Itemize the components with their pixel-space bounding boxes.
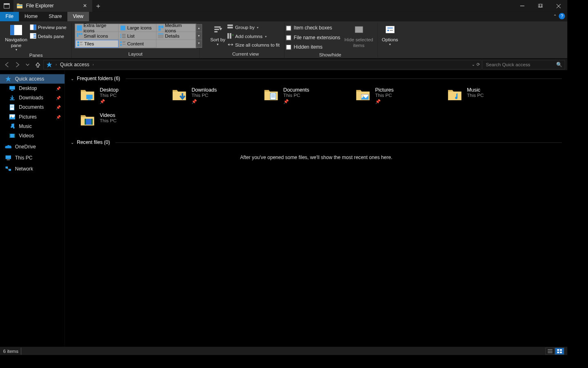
address-field[interactable]: › Quick access › ⌄ ⟳	[43, 60, 481, 69]
pin-icon: 📌	[375, 99, 394, 104]
svg-rect-13	[33, 25, 36, 30]
chevron-right-icon[interactable]: ›	[91, 62, 96, 67]
status-thumbnails-view-button[interactable]	[555, 348, 564, 355]
tab-view[interactable]: View	[67, 12, 89, 21]
chevron-down-icon: ⌄	[71, 76, 74, 81]
folder-icon	[79, 87, 96, 103]
svg-rect-23	[77, 33, 78, 35]
tile-videos[interactable]: VideosThis PC	[78, 110, 167, 134]
refresh-icon[interactable]: ⟳	[477, 62, 480, 67]
svg-rect-32	[122, 37, 126, 38]
nav-downloads[interactable]: Downloads📌	[0, 93, 65, 103]
window-tab[interactable]: File Explorer ✕	[13, 0, 92, 12]
maximize-button[interactable]	[531, 0, 549, 12]
add-columns-button[interactable]: + Add columns▾	[226, 32, 281, 40]
nav-pictures[interactable]: Pictures📌	[0, 112, 65, 121]
nav-videos[interactable]: Videos	[0, 131, 65, 140]
layout-gallery-scroll[interactable]: ▴▾▾	[196, 24, 202, 48]
tab-share[interactable]: Share	[43, 12, 67, 21]
tile-documents[interactable]: DocumentsThis PC📌	[262, 85, 351, 109]
hidden-items-checkbox[interactable]: Hidden items	[286, 43, 340, 51]
layout-tiles[interactable]: Tiles	[75, 40, 118, 47]
tabs-overview-icon[interactable]	[0, 0, 13, 12]
videos-icon	[9, 132, 16, 139]
file-name-extensions-checkbox[interactable]: File name extensions	[286, 33, 340, 42]
layout-gallery[interactable]: Extra large icons Large icons Medium ico…	[75, 24, 196, 48]
help-button[interactable]: ?	[559, 13, 565, 19]
ribbon-group-options: Options ▾	[378, 23, 404, 58]
svg-rect-21	[161, 25, 163, 28]
desktop-icon	[9, 85, 16, 92]
nav-onedrive[interactable]: OneDrive	[0, 142, 65, 151]
search-box[interactable]: 🔍	[482, 60, 565, 69]
nav-this-pc[interactable]: This PC	[0, 153, 65, 162]
nav-network[interactable]: Network	[0, 164, 65, 173]
options-button[interactable]: Options ▾	[379, 23, 401, 46]
tab-file[interactable]: File	[0, 12, 19, 21]
svg-rect-96	[91, 119, 93, 124]
content-area[interactable]: ⌄ Frequent folders (6) DesktopThis PC📌 D…	[65, 70, 567, 347]
up-button[interactable]	[33, 60, 42, 69]
layout-content[interactable]: Content	[118, 40, 156, 47]
layout-list[interactable]: List	[118, 32, 156, 40]
tab-home[interactable]: Home	[19, 12, 43, 21]
layout-medium-icons[interactable]: Medium icons	[156, 24, 196, 32]
forward-button[interactable]	[13, 60, 22, 69]
group-frequent-folders[interactable]: ⌄ Frequent folders (6)	[71, 76, 562, 81]
tab-close-button[interactable]: ✕	[80, 3, 90, 9]
svg-rect-41	[80, 45, 83, 45]
ribbon-group-panes: Navigation pane ▾ Preview pane Details p…	[2, 23, 72, 58]
recent-locations-button[interactable]	[23, 60, 32, 69]
svg-rect-1	[4, 4, 10, 5]
svg-rect-77	[6, 166, 8, 168]
tile-music[interactable]: MusicThis PC	[445, 85, 534, 109]
minimize-button[interactable]	[513, 0, 531, 12]
breadcrumb[interactable]: Quick access	[59, 62, 90, 67]
svg-rect-76	[7, 159, 10, 160]
details-pane-button[interactable]: Details pane	[28, 32, 68, 40]
pin-icon: 📌	[283, 99, 309, 104]
layout-large-icons[interactable]: Large icons	[118, 24, 156, 32]
close-button[interactable]	[549, 0, 567, 12]
layout-small-icons[interactable]: Small icons	[75, 32, 118, 40]
group-by-button[interactable]: Group by▾	[226, 24, 281, 31]
item-check-boxes-checkbox[interactable]: Item check boxes	[286, 24, 340, 32]
svg-rect-59	[387, 28, 393, 29]
ribbon-group-current-view: Sort by ▾ Group by▾ + Add columns▾ Size …	[200, 23, 285, 58]
pin-icon: 📌	[192, 99, 217, 104]
tile-desktop[interactable]: DesktopThis PC📌	[78, 85, 167, 109]
new-tab-button[interactable]: ＋	[92, 0, 104, 12]
chevron-right-icon[interactable]: ›	[54, 62, 58, 67]
layout-details[interactable]: Details	[156, 32, 196, 40]
svg-rect-66	[10, 99, 15, 100]
sort-by-button[interactable]: Sort by ▾	[210, 23, 226, 46]
pin-icon: 📌	[56, 96, 61, 100]
collapse-ribbon-icon[interactable]: ⌃	[553, 14, 557, 18]
folder-icon	[171, 87, 188, 103]
nav-documents[interactable]: Documents📌	[0, 103, 65, 112]
navigation-pane-button[interactable]: Navigation pane ▾	[4, 23, 29, 52]
back-button[interactable]	[2, 60, 12, 69]
nav-quick-access[interactable]: Quick access	[0, 74, 65, 83]
svg-text:+: +	[232, 33, 234, 37]
group-recent-files[interactable]: ⌄ Recent files (0)	[71, 140, 562, 146]
preview-pane-button[interactable]: Preview pane	[28, 24, 68, 31]
svg-rect-46	[122, 44, 126, 45]
svg-rect-81	[86, 95, 92, 99]
layout-extra-large-icons[interactable]: Extra large icons	[75, 24, 118, 32]
pin-icon: 📌	[56, 114, 61, 119]
search-input[interactable]	[485, 61, 556, 67]
tile-downloads[interactable]: DownloadsThis PC📌	[170, 85, 259, 109]
address-dropdown-icon[interactable]: ⌄	[472, 62, 475, 67]
status-details-view-button[interactable]	[546, 348, 555, 355]
folder-icon	[79, 112, 96, 129]
nav-music[interactable]: Music	[0, 121, 65, 131]
svg-rect-27	[120, 34, 121, 35]
svg-rect-24	[79, 33, 80, 35]
size-all-columns-button[interactable]: Size all columns to fit	[226, 41, 281, 49]
svg-rect-17	[33, 37, 36, 38]
svg-marker-62	[47, 62, 52, 67]
ribbon-tabs: File Home Share View ⌃ ?	[0, 12, 568, 21]
nav-desktop[interactable]: Desktop📌	[0, 84, 65, 93]
tile-pictures[interactable]: PicturesThis PC📌	[354, 85, 443, 109]
